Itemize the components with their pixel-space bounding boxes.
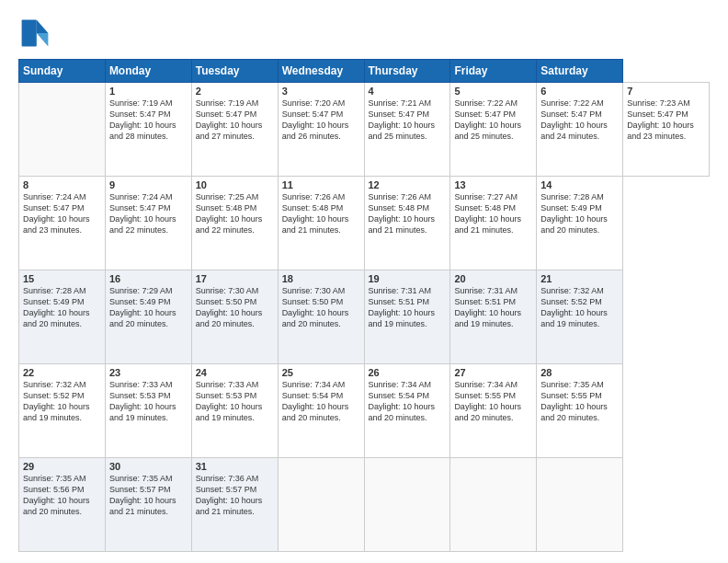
- day-number: 29: [23, 461, 101, 472]
- day-number: 9: [109, 179, 188, 190]
- day-info: Sunrise: 7:26 AM Sunset: 5:48 PM Dayligh…: [369, 191, 447, 236]
- day-cell: 24Sunrise: 7:33 AM Sunset: 5:53 PM Dayli…: [191, 364, 278, 458]
- day-info: Sunrise: 7:30 AM Sunset: 5:50 PM Dayligh…: [196, 285, 274, 330]
- day-info: Sunrise: 7:34 AM Sunset: 5:54 PM Dayligh…: [282, 379, 360, 424]
- day-cell: 31Sunrise: 7:36 AM Sunset: 5:57 PM Dayli…: [191, 458, 278, 552]
- day-cell: 21Sunrise: 7:32 AM Sunset: 5:52 PM Dayli…: [537, 270, 623, 364]
- day-cell: 8Sunrise: 7:24 AM Sunset: 5:47 PM Daylig…: [19, 177, 106, 270]
- day-number: 25: [282, 367, 360, 378]
- day-cell: 12Sunrise: 7:26 AM Sunset: 5:48 PM Dayli…: [364, 177, 450, 270]
- day-cell: 27Sunrise: 7:34 AM Sunset: 5:55 PM Dayli…: [450, 364, 537, 458]
- day-info: Sunrise: 7:33 AM Sunset: 5:53 PM Dayligh…: [109, 379, 188, 424]
- logo: [18, 17, 57, 50]
- day-cell: 10Sunrise: 7:25 AM Sunset: 5:48 PM Dayli…: [191, 177, 278, 270]
- day-info: Sunrise: 7:34 AM Sunset: 5:54 PM Dayligh…: [369, 379, 447, 424]
- day-cell: 3Sunrise: 7:20 AM Sunset: 5:47 PM Daylig…: [278, 83, 364, 177]
- header-monday: Monday: [105, 60, 191, 83]
- day-number: 17: [196, 273, 274, 284]
- day-info: Sunrise: 7:36 AM Sunset: 5:57 PM Dayligh…: [196, 473, 274, 518]
- header-friday: Friday: [450, 60, 537, 83]
- day-cell: [450, 458, 537, 552]
- day-cell: 9Sunrise: 7:24 AM Sunset: 5:47 PM Daylig…: [105, 177, 191, 270]
- day-cell: 23Sunrise: 7:33 AM Sunset: 5:53 PM Dayli…: [105, 364, 191, 458]
- header-sunday: Sunday: [19, 60, 106, 83]
- day-number: 31: [196, 461, 274, 472]
- day-info: Sunrise: 7:32 AM Sunset: 5:52 PM Dayligh…: [540, 285, 619, 330]
- day-cell: 18Sunrise: 7:30 AM Sunset: 5:50 PM Dayli…: [278, 270, 364, 364]
- svg-marker-0: [37, 20, 49, 33]
- day-number: 28: [540, 367, 619, 378]
- day-number: 26: [369, 367, 447, 378]
- day-cell: 25Sunrise: 7:34 AM Sunset: 5:54 PM Dayli…: [278, 364, 364, 458]
- svg-marker-1: [37, 33, 49, 46]
- day-info: Sunrise: 7:23 AM Sunset: 5:47 PM Dayligh…: [627, 98, 705, 143]
- header-tuesday: Tuesday: [191, 60, 278, 83]
- day-number: 6: [540, 86, 619, 97]
- day-number: 24: [196, 367, 274, 378]
- day-info: Sunrise: 7:20 AM Sunset: 5:47 PM Dayligh…: [282, 98, 360, 143]
- day-number: 8: [23, 179, 101, 190]
- day-number: 10: [196, 179, 274, 190]
- day-info: Sunrise: 7:28 AM Sunset: 5:49 PM Dayligh…: [540, 191, 619, 236]
- day-number: 14: [540, 179, 619, 190]
- day-info: Sunrise: 7:22 AM Sunset: 5:47 PM Dayligh…: [540, 98, 619, 143]
- day-info: Sunrise: 7:22 AM Sunset: 5:47 PM Dayligh…: [454, 98, 532, 143]
- day-cell: 2Sunrise: 7:19 AM Sunset: 5:47 PM Daylig…: [191, 83, 278, 177]
- day-cell: 30Sunrise: 7:35 AM Sunset: 5:57 PM Dayli…: [105, 458, 191, 552]
- day-info: Sunrise: 7:27 AM Sunset: 5:48 PM Dayligh…: [454, 191, 532, 236]
- day-info: Sunrise: 7:33 AM Sunset: 5:53 PM Dayligh…: [196, 379, 274, 424]
- day-number: 3: [282, 86, 360, 97]
- day-info: Sunrise: 7:31 AM Sunset: 5:51 PM Dayligh…: [454, 285, 532, 330]
- day-number: 23: [109, 367, 188, 378]
- day-cell: 26Sunrise: 7:34 AM Sunset: 5:54 PM Dayli…: [364, 364, 450, 458]
- day-number: 1: [109, 86, 188, 97]
- day-number: 30: [109, 461, 188, 472]
- day-number: 5: [454, 86, 532, 97]
- day-number: 4: [369, 86, 447, 97]
- day-number: 19: [369, 273, 447, 284]
- day-number: 15: [23, 273, 101, 284]
- day-info: Sunrise: 7:35 AM Sunset: 5:56 PM Dayligh…: [23, 473, 101, 518]
- day-cell: 14Sunrise: 7:28 AM Sunset: 5:49 PM Dayli…: [537, 177, 623, 270]
- day-number: 20: [454, 273, 532, 284]
- header-wednesday: Wednesday: [278, 60, 364, 83]
- day-cell: 11Sunrise: 7:26 AM Sunset: 5:48 PM Dayli…: [278, 177, 364, 270]
- day-cell: [278, 458, 364, 552]
- header-saturday: Saturday: [537, 60, 623, 83]
- day-info: Sunrise: 7:24 AM Sunset: 5:47 PM Dayligh…: [23, 191, 101, 236]
- header: [18, 17, 710, 50]
- day-info: Sunrise: 7:26 AM Sunset: 5:48 PM Dayligh…: [282, 191, 360, 236]
- day-info: Sunrise: 7:24 AM Sunset: 5:47 PM Dayligh…: [109, 191, 188, 236]
- svg-rect-2: [22, 20, 37, 47]
- day-cell: 20Sunrise: 7:31 AM Sunset: 5:51 PM Dayli…: [450, 270, 537, 364]
- day-info: Sunrise: 7:25 AM Sunset: 5:48 PM Dayligh…: [196, 191, 274, 236]
- day-number: 2: [196, 86, 274, 97]
- day-number: 11: [282, 179, 360, 190]
- day-info: Sunrise: 7:32 AM Sunset: 5:52 PM Dayligh…: [23, 379, 101, 424]
- header-thursday: Thursday: [364, 60, 450, 83]
- day-cell: 6Sunrise: 7:22 AM Sunset: 5:47 PM Daylig…: [537, 83, 623, 177]
- day-cell: 15Sunrise: 7:28 AM Sunset: 5:49 PM Dayli…: [19, 270, 106, 364]
- day-info: Sunrise: 7:28 AM Sunset: 5:49 PM Dayligh…: [23, 285, 101, 330]
- day-info: Sunrise: 7:19 AM Sunset: 5:47 PM Dayligh…: [109, 98, 188, 143]
- day-cell: 28Sunrise: 7:35 AM Sunset: 5:55 PM Dayli…: [537, 364, 623, 458]
- day-cell: 7Sunrise: 7:23 AM Sunset: 5:47 PM Daylig…: [623, 83, 710, 177]
- day-info: Sunrise: 7:35 AM Sunset: 5:55 PM Dayligh…: [540, 379, 619, 424]
- day-cell: 4Sunrise: 7:21 AM Sunset: 5:47 PM Daylig…: [364, 83, 450, 177]
- day-number: 27: [454, 367, 532, 378]
- logo-icon: [18, 17, 51, 50]
- empty-cell: [19, 83, 106, 177]
- day-cell: 19Sunrise: 7:31 AM Sunset: 5:51 PM Dayli…: [364, 270, 450, 364]
- day-cell: 29Sunrise: 7:35 AM Sunset: 5:56 PM Dayli…: [19, 458, 106, 552]
- calendar-table: SundayMondayTuesdayWednesdayThursdayFrid…: [18, 59, 710, 552]
- day-info: Sunrise: 7:19 AM Sunset: 5:47 PM Dayligh…: [196, 98, 274, 143]
- day-cell: [537, 458, 623, 552]
- day-info: Sunrise: 7:35 AM Sunset: 5:57 PM Dayligh…: [109, 473, 188, 518]
- day-cell: 16Sunrise: 7:29 AM Sunset: 5:49 PM Dayli…: [105, 270, 191, 364]
- day-number: 18: [282, 273, 360, 284]
- page: SundayMondayTuesdayWednesdayThursdayFrid…: [0, 0, 728, 563]
- day-cell: 17Sunrise: 7:30 AM Sunset: 5:50 PM Dayli…: [191, 270, 278, 364]
- day-number: 12: [369, 179, 447, 190]
- day-number: 22: [23, 367, 101, 378]
- day-number: 7: [627, 86, 705, 97]
